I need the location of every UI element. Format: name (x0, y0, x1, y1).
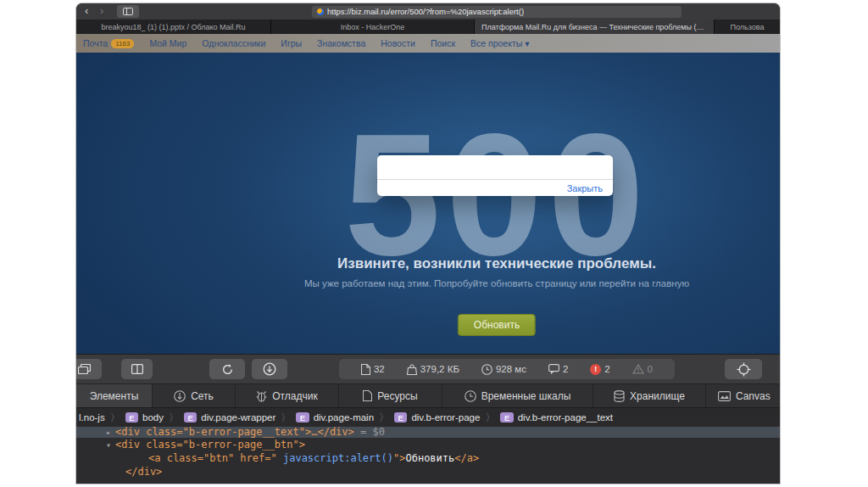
error-subtitle: Мы уже работаем над этим. Попробуйте обн… (304, 278, 689, 288)
chevron-right-icon: 〉 (281, 411, 291, 425)
devtools-tab-storage[interactable]: Хранилище (593, 384, 706, 407)
devtools-tab-bar: Элементы Сеть Отладчик (76, 383, 780, 407)
devtools-tab-resources[interactable]: Ресурсы (339, 384, 442, 407)
element-breadcrumb-bar: l.no-js 〉 Ebody 〉 Ediv.page-wrapper 〉 Ed… (76, 407, 780, 427)
devtools-tab-canvas[interactable]: Canvas (706, 384, 780, 407)
browser-tab-bar: breakyou18_ (1) (1).pptx / Облако Mail.R… (76, 20, 780, 34)
split-view-button[interactable] (121, 359, 153, 379)
mailru-nav: Почта1163 Мой Мир Одноклассники Игры Зна… (76, 34, 780, 53)
dom-node-btn-wrapper[interactable]: ▾<div class="b-error-page__btn"> (76, 438, 780, 451)
breadcrumb-b-error-page-text[interactable]: Ediv.b-error-page__text (500, 412, 613, 423)
clock-icon (481, 364, 492, 375)
dom-node-anchor[interactable]: <a class="btn" href=" javascript:alert()… (76, 451, 780, 465)
breadcrumb-b-error-page[interactable]: Ediv.b-error-page (394, 412, 480, 423)
download-webarchive-button[interactable] (252, 359, 287, 379)
dom-node-selected[interactable]: ▸<div class="b-error-page__text">…</div>… (76, 427, 780, 438)
stat-console-logs: 2 (548, 364, 568, 374)
error-title: Извините, возникли технические проблемы. (337, 255, 656, 272)
javascript-href-value: javascript:alert() (283, 452, 393, 464)
mailru-favicon (317, 8, 324, 15)
element-badge: E (184, 412, 197, 423)
split-pane-icon (131, 364, 143, 374)
javascript-alert-dialog: Закрыть (377, 155, 613, 196)
disclosure-expanded-icon[interactable]: ▾ (106, 440, 111, 450)
stat-load-time: 928 мс (481, 364, 526, 375)
reload-page-button[interactable] (209, 359, 245, 379)
safari-window: ‹ › https://biz.mail.ru/error/500/?from=… (76, 3, 780, 484)
stat-warnings: 0 (632, 364, 653, 374)
stat-transfer-size: 379,2 КБ (407, 364, 459, 375)
console-bubble-icon (548, 364, 559, 374)
cascade-windows-icon (78, 364, 91, 375)
stat-resource-count: 32 (361, 364, 385, 375)
download-icon (263, 362, 276, 376)
nav-item-odnoklassniki[interactable]: Одноклассники (202, 38, 265, 48)
refresh-page-button[interactable]: Обновить (458, 314, 536, 336)
reload-icon (221, 363, 234, 376)
browser-tab-hackerone[interactable]: Inbox - HackerOne (271, 20, 475, 34)
devtools-tab-network[interactable]: Сеть (153, 384, 236, 407)
chevron-right-icon: 〉 (110, 411, 120, 425)
browser-tab-cloud[interactable]: breakyou18_ (1) (1).pptx / Облако Mail.R… (76, 20, 271, 34)
crosshair-icon (737, 362, 751, 377)
sidebar-icon (123, 8, 133, 15)
nav-item-news[interactable]: Новости (381, 38, 415, 48)
devtools-tab-debugger[interactable]: Отладчик (236, 384, 339, 407)
disclosure-collapsed-icon[interactable]: ▸ (106, 428, 111, 437)
element-badge: E (125, 412, 138, 423)
nav-item-my-world[interactable]: Мой Мир (149, 38, 186, 48)
forward-button[interactable]: › (97, 3, 107, 20)
chevron-right-icon: 〉 (379, 411, 389, 425)
url-text: https://biz.mail.ru/error/500/?from=%20j… (327, 7, 524, 16)
chevron-right-icon: 〉 (169, 411, 179, 425)
document-icon (361, 364, 370, 375)
element-picker-button[interactable] (725, 359, 762, 379)
timelines-clock-icon (465, 390, 476, 402)
devtools-tab-elements[interactable]: Элементы (76, 384, 153, 407)
error-page: 500 Закрыть Извините, возникли техническ… (76, 53, 780, 354)
nav-item-search[interactable]: Поиск (431, 38, 455, 48)
canvas-image-icon (718, 391, 731, 401)
error-badge-icon: ! (590, 364, 601, 375)
breadcrumb-page-wrapper[interactable]: Ediv.page-wrapper (184, 412, 275, 423)
breadcrumb-body[interactable]: Ebody (125, 412, 164, 423)
nav-item-games[interactable]: Игры (281, 38, 302, 48)
dom-tree-panel: ▸<div class="b-error-page__text">…</div>… (76, 427, 780, 484)
resource-stats-bar: 32 379,2 КБ 928 мс (339, 359, 675, 379)
storage-database-icon (614, 390, 625, 402)
chevron-right-icon: 〉 (485, 411, 495, 425)
sidebar-toggle-button[interactable] (117, 5, 139, 18)
back-button[interactable]: ‹ (81, 3, 92, 20)
breadcrumb-page-main[interactable]: Ediv.page-main (296, 412, 374, 423)
browser-titlebar: ‹ › https://biz.mail.ru/error/500/?from=… (76, 3, 780, 20)
element-badge: E (394, 412, 407, 423)
dock-side-button[interactable] (76, 359, 102, 379)
alert-close-button[interactable]: Закрыть (567, 183, 603, 193)
dom-node-closing-div[interactable]: </div> (76, 465, 780, 479)
nav-item-dating[interactable]: Знакомства (317, 38, 365, 48)
breadcrumb-root[interactable]: l.no-js (79, 412, 105, 423)
devtools-toolbar: 32 379,2 КБ 928 мс (76, 354, 780, 383)
devtools-tab-timelines[interactable]: Временные шкалы (442, 384, 593, 407)
nav-item-all-projects[interactable]: Все проекты ▾ (470, 38, 529, 48)
slide-canvas: ‹ › https://biz.mail.ru/error/500/?from=… (0, 0, 868, 487)
browser-tab-user[interactable]: Пользова (715, 20, 780, 34)
stat-errors: ! 2 (590, 364, 609, 375)
nav-item-mail[interactable]: Почта1163 (83, 38, 134, 48)
weight-icon (407, 364, 417, 375)
network-icon (174, 390, 186, 402)
resources-document-icon (363, 390, 372, 401)
address-bar[interactable]: https://biz.mail.ru/error/500/?from=%20j… (312, 6, 682, 18)
element-badge: E (500, 412, 513, 423)
mail-count-badge: 1163 (111, 39, 134, 48)
alert-message-area (377, 155, 613, 180)
browser-tab-error-active[interactable]: Платформа Mail.Ru для бизнеса — Техничес… (475, 20, 715, 34)
bug-icon (256, 390, 267, 402)
element-badge: E (296, 412, 309, 423)
warning-triangle-icon (632, 364, 644, 374)
